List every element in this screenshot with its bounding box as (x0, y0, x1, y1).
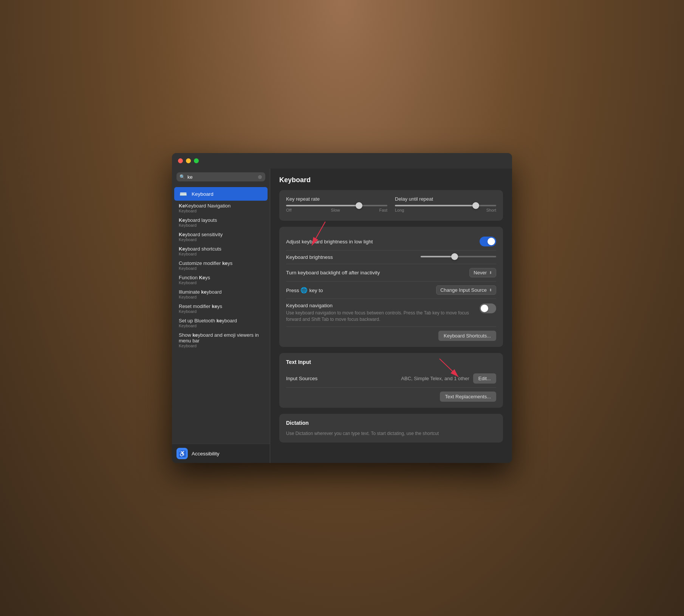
sidebar-item-keyboard-shortcuts[interactable]: Keyboard shortcuts Keyboard (174, 244, 268, 258)
settings-window: 🔍 ke ⊗ ⌨️ Keyboard KeKeyboard Navigation (172, 153, 512, 463)
backlight-label: Turn keyboard backlight off after inacti… (286, 270, 380, 275)
sidebar: 🔍 ke ⊗ ⌨️ Keyboard KeKeyboard Navigation (172, 169, 270, 463)
sidebar-sub-item-label: Keyboard layouts (179, 217, 263, 223)
search-input-wrapper[interactable]: 🔍 ke ⊗ (176, 172, 265, 181)
sidebar-item-keyboard-navigation[interactable]: KeKeyboard Navigation Keyboard (174, 201, 268, 215)
press-key-row: Press 🌐 key to Change Input Source ⬍ (286, 281, 496, 299)
sidebar-item-keyboard-sensitivity[interactable]: Keyboard sensitivity Keyboard (174, 230, 268, 244)
keyboard-brightness-row: Keyboard brightness (286, 250, 496, 264)
chevron-up-down-icon: ⬍ (489, 271, 492, 275)
minimize-button[interactable] (186, 158, 191, 163)
toggle-knob (487, 238, 495, 245)
input-sources-control: ABC, Simple Telex, and 1 other Edit... (401, 373, 496, 384)
delay-repeat-track[interactable] (395, 205, 496, 206)
input-sources-label: Input Sources (286, 376, 317, 381)
globe-icon: 🌐 (300, 287, 309, 293)
key-repeat-group: Key repeat rate Off Slow Fast (286, 196, 387, 212)
sidebar-sub-item-sublabel: Keyboard (179, 344, 263, 348)
keyboard-nav-toggle[interactable] (480, 303, 496, 313)
sidebar-sub-item-label: Illuminate keyboard (179, 289, 263, 295)
adjust-brightness-toggle[interactable] (480, 237, 496, 246)
accessibility-label: Accessibility (192, 451, 220, 457)
sidebar-sub-item-sublabel: Keyboard (179, 280, 263, 285)
sidebar-item-keyboard-layouts[interactable]: Keyboard layouts Keyboard (174, 215, 268, 229)
delay-repeat-group: Delay until repeat Long Short (395, 196, 496, 212)
key-repeat-thumb[interactable] (356, 202, 362, 209)
traffic-lights (178, 158, 199, 163)
chevron-up-down-icon-2: ⬍ (489, 288, 492, 292)
backlight-dropdown[interactable]: Never ⬍ (469, 268, 496, 277)
input-sources-row: Input Sources ABC, Simple Telex, and 1 o… (286, 370, 496, 387)
adjust-brightness-row: Adjust keyboard brightness in low light (286, 233, 496, 250)
sidebar-item-label: Keyboard (192, 191, 263, 197)
key-repeat-labels: Off Slow Fast (286, 208, 387, 212)
keyboard-brightness-slider (421, 256, 496, 259)
sidebar-item-illuminate-keyboard[interactable]: Illuminate keyboard Keyboard (174, 287, 268, 301)
text-input-title: Text Input (286, 359, 496, 365)
backlight-row: Turn keyboard backlight off after inacti… (286, 264, 496, 281)
delay-repeat-thumb[interactable] (472, 202, 479, 209)
dictation-title: Dictation (286, 420, 496, 426)
sidebar-list: ⌨️ Keyboard KeKeyboard Navigation Keyboa… (172, 185, 270, 444)
brightness-thumb[interactable] (451, 253, 458, 260)
press-key-dropdown[interactable]: Change Input Source ⬍ (436, 285, 496, 295)
keyboard-nav-label: Keyboard navigation (286, 303, 472, 308)
close-button[interactable] (178, 158, 183, 163)
titlebar (172, 153, 512, 169)
sidebar-item-accessibility[interactable]: ♿ Accessibility (172, 444, 270, 463)
sidebar-item-function-keys[interactable]: Function Keys Keyboard (174, 273, 268, 287)
keyboard-shortcuts-button[interactable]: Keyboard Shortcuts... (438, 331, 496, 341)
key-repeat-track[interactable] (286, 205, 387, 206)
sidebar-item-customize-modifier-keys[interactable]: Customize modifier keys Keyboard (174, 258, 268, 272)
sidebar-sub-item-label: Keyboard sensitivity (179, 232, 263, 237)
sidebar-item-show-keyboard-emoji-viewers[interactable]: Show keyboard and emoji viewers in menu … (174, 330, 268, 350)
search-bar: 🔍 ke ⊗ (172, 169, 270, 185)
brightness-track[interactable] (421, 256, 496, 257)
sidebar-sub-item-label: KeKeyboard Navigation (179, 203, 263, 209)
sidebar-sub-item-label: Show keyboard and emoji viewers in menu … (179, 332, 263, 344)
sidebar-sub-item-label: Customize modifier keys (179, 260, 263, 266)
delay-repeat-label: Delay until repeat (395, 196, 496, 202)
keyboard-shortcuts-row: Keyboard Shortcuts... (286, 327, 496, 341)
sidebar-item-keyboard[interactable]: ⌨️ Keyboard (174, 187, 268, 201)
input-sources-value: ABC, Simple Telex, and 1 other (401, 376, 469, 381)
sidebar-sub-item-label: Keyboard shortcuts (179, 246, 263, 252)
sidebar-sub-item-sublabel: Keyboard (179, 223, 263, 228)
sidebar-sub-item-label: Reset modifier keys (179, 303, 263, 309)
key-repeat-label: Key repeat rate (286, 196, 387, 202)
search-input[interactable]: ke (187, 174, 255, 180)
delay-repeat-labels: Long Short (395, 208, 496, 212)
sidebar-sub-item-sublabel: Keyboard (179, 252, 263, 256)
keyboard-nav-row: Keyboard navigation Use keyboard navigat… (286, 299, 496, 327)
dictation-card: Dictation Use Dictation wherever you can… (279, 414, 503, 443)
sidebar-sub-item-sublabel: Keyboard (179, 237, 263, 242)
toggle-knob-nav (481, 305, 488, 312)
text-input-card: Text Input Input Sources ABC, Simple Tel… (279, 353, 503, 408)
text-replacements-row: Text Replacements... (286, 387, 496, 402)
sidebar-sub-item-sublabel: Keyboard (179, 266, 263, 271)
key-repeat-card: Key repeat rate Off Slow Fast Delay unti… (279, 190, 503, 221)
sidebar-sub-item-sublabel: Keyboard (179, 295, 263, 299)
adjust-brightness-label: Adjust keyboard brightness in low light (286, 239, 373, 245)
window-body: 🔍 ke ⊗ ⌨️ Keyboard KeKeyboard Navigation (172, 169, 512, 463)
sidebar-item-set-up-bluetooth-keyboard[interactable]: Set up Bluetooth keyboard Keyboard (174, 316, 268, 330)
page-title: Keyboard (279, 176, 503, 184)
press-key-label: Press 🌐 key to (286, 287, 323, 294)
keyboard-icon: ⌨️ (179, 190, 188, 198)
accessibility-icon: ♿ (176, 448, 188, 459)
keyboard-nav-description: Use keyboard navigation to move focus be… (286, 310, 472, 323)
keyboard-brightness-label: Keyboard brightness (286, 254, 333, 260)
dictation-description: Use Dictation wherever you can type text… (286, 430, 496, 437)
sidebar-sub-item-sublabel: Keyboard (179, 323, 263, 328)
sidebar-sub-item-label: Set up Bluetooth keyboard (179, 318, 263, 323)
search-icon: 🔍 (180, 174, 185, 180)
slider-section: Key repeat rate Off Slow Fast Delay unti… (286, 196, 496, 212)
maximize-button[interactable] (194, 158, 199, 163)
edit-button[interactable]: Edit... (473, 373, 496, 384)
sidebar-item-reset-modifier-keys[interactable]: Reset modifier keys Keyboard (174, 302, 268, 316)
brightness-card: Adjust keyboard brightness in low light … (279, 227, 503, 347)
sidebar-sub-item-sublabel: Keyboard (179, 209, 263, 213)
sidebar-sub-item-label: Function Keys (179, 275, 263, 280)
search-clear-button[interactable]: ⊗ (258, 174, 262, 180)
text-replacements-button[interactable]: Text Replacements... (440, 392, 496, 402)
